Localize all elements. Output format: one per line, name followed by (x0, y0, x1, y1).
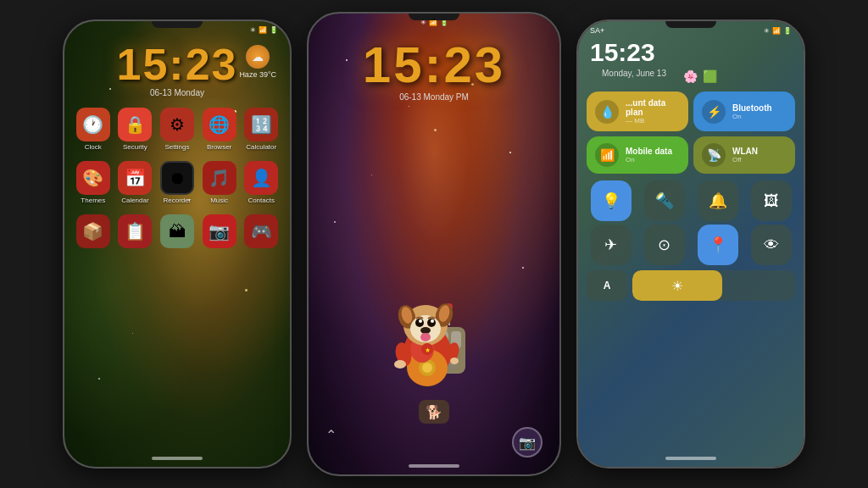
app-icon-themes: 🎨 (76, 161, 110, 195)
home-indicator-p1[interactable] (152, 457, 203, 460)
app-calendar[interactable]: 📅 Calendar (117, 161, 154, 204)
cc-btn-row2: ✈ ⊙ 📍 👁 (578, 221, 804, 265)
cc-text-btn-a[interactable]: A (587, 270, 627, 301)
mobile-data-icon: 📶 (595, 143, 619, 167)
clock-time-p1: 15:23 (64, 42, 290, 86)
app-icon-calendar: 📅 (118, 161, 152, 195)
app-settings[interactable]: ⚙ Settings (159, 108, 196, 151)
clock-time-p2: 15:23 (363, 40, 505, 91)
cc-date: Monday, June 13 (590, 69, 678, 83)
app-extra5[interactable]: 🎮 (242, 214, 280, 248)
wlan-icon: 📡 (702, 143, 726, 167)
app-browser[interactable]: 🌐 Browser (201, 108, 238, 151)
cc-md-title: Mobile data (626, 147, 672, 156)
svg-point-27 (431, 319, 434, 323)
bottom-icons-p2: ⌃ 📷 (309, 427, 559, 458)
cc-status-icons: ✳📶🔋 (764, 27, 792, 35)
svg-point-28 (420, 327, 431, 334)
app-security[interactable]: 🔒 Security (117, 108, 154, 151)
app-label-themes: Themes (81, 197, 105, 204)
app-icon-extra5: 🎮 (244, 214, 278, 248)
cc-time: 15:23 (578, 36, 804, 69)
cc-btn-eye[interactable]: 👁 (751, 225, 792, 265)
app-grid-row2-p1: 🎨 Themes 📅 Calendar ⏺ Recorder 🎵 Music 👤 (64, 154, 290, 211)
brightness-slider[interactable]: ☀ (632, 270, 795, 301)
cc-btn-rotation[interactable]: ⊙ (644, 225, 685, 265)
app-label-music: Music (210, 197, 228, 204)
cc-tile-mobile-data[interactable]: 📶 Mobile data On (587, 136, 688, 174)
svg-point-29 (420, 333, 431, 341)
app-icon-clock: 🕐 (76, 108, 110, 141)
bluetooth-icon: ⚡ (702, 100, 726, 124)
cc-btn-torch[interactable]: 🔦 (644, 180, 685, 221)
app-icon-music: 🎵 (203, 161, 236, 195)
status-icons-p1: ✳📶🔋 (250, 26, 278, 34)
app-camera[interactable]: 📷 (201, 214, 238, 248)
cc-bt-sub: On (732, 113, 772, 120)
svg-point-12 (422, 363, 432, 373)
svg-point-26 (419, 319, 422, 323)
cc-btn-flashlight[interactable]: 💡 (591, 180, 632, 221)
phone-3: SA+ ✳📶🔋 15:23 Monday, June 13 🌸 🟩 💧 ...u… (576, 19, 805, 469)
app-extra3[interactable]: 🏔 (159, 214, 196, 248)
app-label-settings: Settings (165, 143, 190, 151)
cc-operator: SA+ (590, 26, 604, 35)
clock-widget-p1: 15:23 06-13 Monday (64, 36, 290, 101)
brightness-fill: ☀ (632, 270, 722, 301)
home-indicator-p2[interactable] (409, 464, 459, 468)
app-label-recorder: Recorder (164, 197, 192, 204)
cc-tile-bluetooth[interactable]: ⚡ Bluetooth On (693, 92, 795, 131)
cc-tile-wlan[interactable]: 📡 WLAN Off (693, 136, 795, 174)
cc-tile-bt-text: Bluetooth On (732, 103, 772, 120)
app-themes[interactable]: 🎨 Themes (75, 161, 112, 204)
app-music[interactable]: 🎵 Music (201, 161, 238, 204)
corgi-astronaut: ★ (383, 268, 485, 407)
cc-wlan-title: WLAN (732, 147, 758, 156)
cc-btn-location[interactable]: 📍 (698, 225, 738, 265)
app-icon-browser: 🌐 (203, 108, 236, 141)
svg-text:★: ★ (425, 347, 431, 354)
camera-button-p2[interactable]: 📷 (512, 427, 542, 458)
app-extra2[interactable]: 📋 (117, 214, 154, 248)
app-label-security: Security (123, 143, 147, 151)
app-contacts[interactable]: 👤 Contacts (242, 161, 280, 204)
brightness-icon: ☀ (671, 278, 683, 294)
status-icons-p2: ✳📶🔋 (420, 19, 448, 26)
app-icon-contacts: 👤 (244, 161, 278, 195)
cc-data-sub: — MB (626, 117, 680, 125)
app-icon-extra1: 📦 (76, 214, 110, 248)
cc-btn-bell[interactable]: 🔔 (698, 180, 738, 221)
app-calculator[interactable]: 🔢 Calculator (242, 108, 280, 151)
cc-data-title: ...unt data plan (626, 98, 680, 117)
svg-point-17 (450, 358, 459, 364)
cc-wlan-sub: Off (732, 156, 758, 164)
cc-control-grid: 💧 ...unt data plan — MB ⚡ Bluetooth On (578, 86, 804, 179)
cc-btn-airplane[interactable]: ✈ (591, 225, 632, 265)
phone-2: ✳📶🔋 15:23 06-13 Monday PM (307, 12, 561, 476)
app-icon-extra2: 📋 (118, 214, 152, 248)
app-extra1[interactable]: 📦 (75, 214, 112, 248)
app-label-clock: Clock (85, 143, 102, 151)
cc-tile-data-plan[interactable]: 💧 ...unt data plan — MB (587, 92, 688, 131)
cc-tile-md-text: Mobile data On (626, 147, 672, 164)
chevron-up-icon[interactable]: ⌃ (326, 427, 337, 458)
clock-date-p1: 06-13 Monday (64, 88, 290, 97)
cc-status-bar: SA+ ✳📶🔋 (578, 21, 804, 36)
app-icon-security: 🔒 (118, 108, 152, 141)
app-icon-extra3: 🏔 (160, 214, 194, 248)
app-clock[interactable]: 🕐 Clock (75, 108, 112, 151)
app-label-browser: Browser (207, 143, 231, 151)
status-bar-p1: ✳📶🔋 (64, 21, 290, 36)
clock-date-p2: 06-13 Monday PM (363, 92, 505, 102)
app-label-calendar: Calendar (121, 197, 148, 204)
app-label-calculator: Calculator (246, 143, 276, 151)
home-indicator-p3[interactable] (665, 457, 716, 460)
cc-bt-title: Bluetooth (732, 103, 772, 113)
app-grid-row3-p1: 📦 📋 🏔 📷 🎮 (64, 208, 290, 255)
cc-tile-data-text: ...unt data plan — MB (626, 98, 680, 125)
app-recorder[interactable]: ⏺ Recorder (159, 161, 196, 204)
app-label-contacts: Contacts (248, 197, 275, 204)
app-icon-settings: ⚙ (160, 108, 194, 141)
app-icon-calculator: 🔢 (244, 108, 278, 141)
cc-btn-screen[interactable]: 🖼 (751, 180, 792, 221)
